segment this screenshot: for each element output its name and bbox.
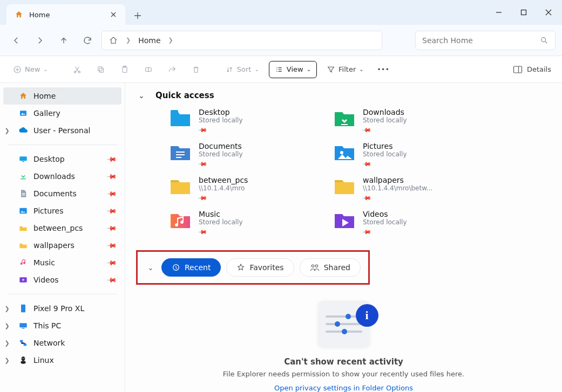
search-box[interactable] — [415, 31, 556, 50]
svg-rect-10 — [513, 66, 522, 73]
pin-icon: 📌 — [106, 205, 118, 217]
recent-tabs-row: ⌄ Recent Favorites Shared — [136, 250, 370, 285]
expand-icon[interactable]: ❯ — [2, 340, 12, 347]
svg-point-22 — [21, 361, 25, 363]
pill-label: Favorites — [249, 263, 283, 272]
filter-button-label: Filter — [338, 65, 356, 73]
quick-access-item[interactable]: Music Stored locally 📌 — [168, 210, 320, 236]
qa-item-name: wallpapers — [363, 176, 432, 184]
window-close-button[interactable] — [536, 0, 561, 25]
sidebar-item-this-pc[interactable]: ❯ This PC — [3, 317, 121, 334]
sidebar-item-desktop[interactable]: Desktop 📌 — [3, 150, 121, 168]
more-button[interactable]: ••• — [374, 61, 393, 78]
sidebar-item-wallpapers[interactable]: wallpapers 📌 — [3, 237, 121, 254]
delete-button[interactable] — [186, 61, 206, 78]
refresh-button[interactable] — [78, 31, 97, 50]
onedrive-icon — [18, 126, 28, 135]
qa-item-sub: Stored locally — [199, 150, 243, 158]
details-pane-button[interactable]: Details — [510, 65, 554, 74]
sidebar-item-videos[interactable]: Videos 📌 — [3, 271, 121, 288]
sidebar-item-linux[interactable]: ❯ Linux — [3, 352, 121, 369]
qa-item-name: between_pcs — [199, 176, 248, 184]
recent-empty-link[interactable]: Open privacy settings in Folder Options — [274, 384, 413, 392]
sidebar-item-music[interactable]: Music 📌 — [3, 254, 121, 271]
cut-button[interactable] — [67, 61, 87, 78]
qa-item-sub: Stored locally — [363, 116, 407, 124]
quick-access-header[interactable]: ⌄ Quick access — [136, 91, 551, 100]
sidebar-item-label: Pictures — [33, 207, 63, 215]
rename-button[interactable] — [139, 61, 158, 78]
chevron-down-icon: ⌄ — [254, 66, 259, 72]
sidebar-item-user[interactable]: ❯ User - Personal — [3, 122, 121, 139]
window-maximize-button[interactable] — [511, 0, 536, 25]
pill-shared[interactable]: Shared — [300, 258, 361, 277]
quick-access-item[interactable]: Videos Stored locally 📌 — [333, 210, 484, 236]
new-button[interactable]: New ⌄ — [8, 61, 53, 78]
pin-icon: 📌 — [197, 125, 207, 135]
svg-rect-14 — [19, 208, 26, 214]
new-button-label: New — [25, 65, 40, 73]
share-button[interactable] — [162, 61, 182, 78]
pin-icon: 📌 — [106, 274, 118, 286]
pill-recent[interactable]: Recent — [161, 258, 221, 277]
sort-button[interactable]: Sort ⌄ — [220, 61, 265, 78]
sidebar-item-between-pcs[interactable]: between_pcs 📌 — [3, 219, 121, 237]
sidebar-item-pictures[interactable]: Pictures 📌 — [3, 202, 121, 219]
quick-access-item[interactable]: wallpapers \\10.1.4.4\mro\betw... 📌 — [333, 176, 484, 202]
command-bar: New ⌄ Sort ⌄ View ⌄ Filter ⌄ ••• Details — [0, 56, 562, 83]
sidebar-item-documents[interactable]: Documents 📌 — [3, 185, 121, 202]
tab-close-button[interactable] — [108, 9, 119, 20]
quick-access-item[interactable]: Downloads Stored locally 📌 — [333, 108, 484, 134]
chevron-down-icon[interactable]: ⌄ — [145, 264, 156, 272]
sidebar-item-home[interactable]: Home — [3, 87, 121, 105]
chevron-down-icon[interactable]: ⌄ — [136, 92, 147, 100]
pin-icon: 📌 — [106, 240, 118, 251]
svg-rect-12 — [19, 156, 26, 161]
sidebar-item-pixel[interactable]: ❯ Pixel 9 Pro XL — [3, 300, 121, 317]
svg-rect-5 — [99, 68, 103, 72]
folder-icon — [18, 240, 28, 250]
recent-empty-title: Can't show recent activity — [136, 357, 551, 367]
home-icon — [109, 36, 118, 45]
svg-rect-6 — [98, 66, 101, 71]
sidebar-item-network[interactable]: ❯ Network — [3, 334, 121, 352]
pill-label: Recent — [185, 263, 211, 272]
music-folder-icon — [168, 210, 192, 231]
expand-icon[interactable]: ❯ — [2, 305, 12, 312]
window-tab[interactable]: Home — [6, 4, 125, 25]
expand-icon[interactable]: ❯ — [2, 357, 12, 364]
back-button[interactable] — [6, 31, 26, 50]
quick-access-item[interactable]: Desktop Stored locally 📌 — [168, 108, 320, 134]
view-button[interactable]: View ⌄ — [269, 61, 317, 78]
sidebar-item-label: Documents — [33, 189, 77, 198]
pictures-icon — [18, 206, 28, 216]
filter-button[interactable]: Filter ⌄ — [321, 61, 369, 78]
downloads-folder-icon — [333, 108, 356, 129]
search-input[interactable] — [422, 36, 534, 45]
paste-button[interactable] — [115, 61, 134, 78]
sort-button-label: Sort — [237, 65, 252, 73]
recent-empty-state: i Can't show recent activity File Explor… — [136, 301, 551, 392]
pin-icon: 📌 — [106, 257, 118, 269]
copy-button[interactable] — [91, 61, 111, 78]
breadcrumb-home[interactable]: Home — [138, 36, 160, 45]
tab-title: Home — [29, 11, 103, 19]
svg-rect-16 — [21, 305, 25, 313]
address-bar[interactable]: ❯ Home ❯ — [101, 31, 382, 50]
quick-access-item[interactable]: Pictures Stored locally 📌 — [333, 142, 484, 168]
expand-icon[interactable]: ❯ — [2, 322, 12, 329]
quick-access-item[interactable]: Documents Stored locally 📌 — [168, 142, 320, 168]
sidebar-item-downloads[interactable]: Downloads 📌 — [3, 168, 121, 185]
quick-access-item[interactable]: between_pcs \\10.1.4.4\mro 📌 — [168, 176, 320, 202]
expand-icon[interactable]: ❯ — [2, 127, 12, 134]
qa-item-name: Documents — [199, 142, 243, 150]
up-button[interactable] — [54, 31, 73, 50]
window-minimize-button[interactable] — [486, 0, 511, 25]
pin-icon: 📌 — [361, 125, 371, 135]
sidebar-item-gallery[interactable]: Gallery — [3, 105, 121, 122]
forward-button[interactable] — [30, 31, 50, 50]
svg-rect-19 — [20, 340, 23, 342]
new-tab-button[interactable] — [128, 6, 147, 25]
svg-rect-26 — [341, 124, 348, 125]
pill-favorites[interactable]: Favorites — [226, 258, 294, 277]
